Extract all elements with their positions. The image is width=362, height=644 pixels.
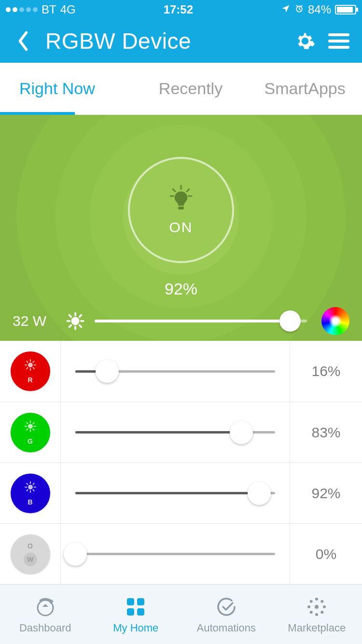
svg-point-54 bbox=[307, 605, 310, 608]
tab-label: SmartApps bbox=[265, 79, 346, 98]
svg-point-19 bbox=[28, 363, 32, 367]
svg-point-58 bbox=[310, 611, 313, 614]
channel-list: R16%G83%B92%OW0% bbox=[0, 341, 362, 584]
svg-line-43 bbox=[33, 490, 34, 490]
power-toggle[interactable]: ON bbox=[128, 157, 234, 263]
svg-point-53 bbox=[315, 613, 318, 616]
channel-value-b: 92% bbox=[290, 463, 362, 523]
channel-letter: W bbox=[24, 553, 37, 566]
svg-line-27 bbox=[33, 361, 34, 362]
nav-label: My Home bbox=[113, 622, 158, 634]
svg-line-25 bbox=[33, 367, 34, 368]
svg-rect-9 bbox=[178, 206, 184, 209]
channel-value-w: 0% bbox=[290, 524, 362, 584]
view-tabs: Right Now Recently SmartApps bbox=[0, 63, 362, 115]
power-off-icon: O bbox=[28, 542, 33, 550]
svg-line-18 bbox=[80, 315, 82, 317]
tab-recently[interactable]: Recently bbox=[134, 63, 248, 114]
svg-line-5 bbox=[173, 189, 175, 191]
svg-rect-1 bbox=[328, 33, 349, 36]
check-circle-icon bbox=[215, 595, 238, 619]
svg-line-24 bbox=[27, 361, 28, 362]
network-label: 4G bbox=[60, 3, 76, 16]
location-icon bbox=[281, 3, 291, 16]
tab-label: Recently bbox=[159, 79, 223, 98]
clock-label: 17:52 bbox=[164, 3, 193, 16]
battery-pct-label: 84% bbox=[308, 3, 331, 16]
svg-point-10 bbox=[72, 318, 78, 324]
svg-point-56 bbox=[310, 600, 313, 602]
page-title: RGBW Device bbox=[45, 28, 283, 54]
dashboard-icon bbox=[34, 595, 57, 619]
settings-button[interactable] bbox=[293, 29, 317, 53]
svg-point-57 bbox=[321, 600, 324, 602]
brightness-slider[interactable] bbox=[95, 309, 307, 333]
channel-slider-w[interactable] bbox=[75, 542, 275, 566]
svg-rect-48 bbox=[137, 598, 144, 605]
channel-toggle-g[interactable]: G bbox=[0, 402, 61, 462]
brightness-value-label: 92% bbox=[165, 280, 197, 298]
svg-line-17 bbox=[70, 325, 71, 327]
menu-button[interactable] bbox=[327, 29, 350, 53]
tab-label: Right Now bbox=[19, 79, 95, 98]
channel-letter: B bbox=[28, 498, 32, 506]
channel-row-w: OW0% bbox=[0, 523, 362, 584]
channel-row-b: B92% bbox=[0, 462, 362, 523]
svg-line-34 bbox=[33, 429, 34, 430]
svg-point-59 bbox=[321, 611, 324, 614]
svg-point-28 bbox=[28, 424, 32, 428]
brightness-icon bbox=[66, 311, 85, 331]
app-header: RGBW Device bbox=[0, 19, 362, 63]
nav-marketplace[interactable]: Marketplace bbox=[272, 585, 362, 644]
svg-point-51 bbox=[315, 605, 319, 609]
nav-automations[interactable]: Automations bbox=[181, 585, 272, 644]
svg-rect-47 bbox=[127, 598, 134, 605]
tab-right-now[interactable]: Right Now bbox=[0, 63, 134, 114]
status-bar: BT 4G 17:52 84% bbox=[0, 0, 362, 19]
svg-point-52 bbox=[315, 598, 318, 601]
svg-line-45 bbox=[33, 483, 34, 484]
svg-line-16 bbox=[80, 325, 82, 327]
tab-smartapps[interactable]: SmartApps bbox=[248, 63, 362, 114]
back-button[interactable] bbox=[12, 29, 35, 53]
wattage-label: 32 W bbox=[13, 313, 56, 329]
battery-icon bbox=[335, 5, 356, 14]
nav-dashboard[interactable]: Dashboard bbox=[0, 585, 91, 644]
svg-rect-50 bbox=[137, 608, 144, 616]
svg-rect-49 bbox=[127, 608, 134, 616]
channel-toggle-r[interactable]: R bbox=[0, 341, 61, 402]
svg-line-35 bbox=[27, 429, 28, 430]
bulb-icon bbox=[167, 184, 195, 212]
nav-my-home[interactable]: My Home bbox=[91, 585, 181, 644]
channel-letter: G bbox=[28, 437, 33, 445]
color-picker-button[interactable] bbox=[321, 307, 349, 335]
svg-line-6 bbox=[187, 189, 189, 191]
channel-slider-b[interactable] bbox=[75, 481, 275, 505]
svg-line-42 bbox=[27, 483, 28, 484]
svg-rect-3 bbox=[328, 46, 349, 49]
channel-toggle-b[interactable]: B bbox=[0, 463, 61, 523]
nav-label: Automations bbox=[197, 622, 256, 634]
device-panel: ON 92% 32 W bbox=[0, 115, 362, 341]
carrier-label: BT bbox=[42, 3, 56, 16]
channel-row-g: G83% bbox=[0, 402, 362, 462]
power-state-label: ON bbox=[169, 219, 193, 236]
bottom-nav: Dashboard My Home Automations Marketplac… bbox=[0, 584, 362, 644]
svg-line-44 bbox=[27, 490, 28, 490]
asterisk-icon bbox=[305, 595, 328, 619]
sun-icon bbox=[24, 481, 37, 495]
channel-row-r: R16% bbox=[0, 341, 362, 402]
channel-toggle-w[interactable]: OW bbox=[0, 524, 61, 584]
channel-letter: R bbox=[28, 376, 32, 384]
svg-point-55 bbox=[323, 605, 326, 608]
sun-icon bbox=[24, 420, 37, 434]
channel-value-r: 16% bbox=[290, 341, 362, 402]
channel-slider-r[interactable] bbox=[75, 359, 275, 383]
channel-value-g: 83% bbox=[290, 402, 362, 462]
svg-point-37 bbox=[28, 485, 32, 489]
nav-label: Dashboard bbox=[19, 622, 71, 634]
svg-line-33 bbox=[27, 422, 28, 423]
signal-dots-icon bbox=[6, 7, 38, 12]
svg-line-36 bbox=[33, 422, 34, 423]
channel-slider-g[interactable] bbox=[75, 420, 275, 445]
